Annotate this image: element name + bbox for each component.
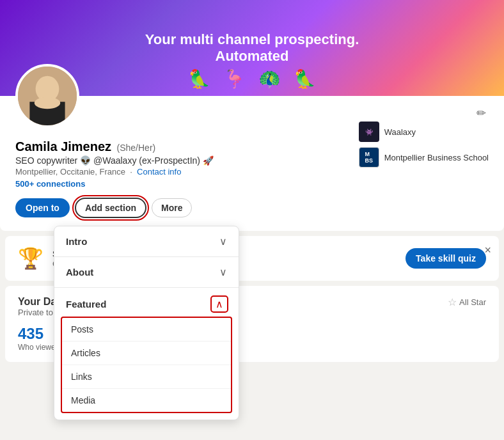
all-star-badge: ☆ All Star <box>448 296 486 308</box>
animal-1: 🦜 <box>188 68 210 90</box>
profile-location: Montpellier, Occitanie, France · Contact… <box>15 167 489 177</box>
take-skill-quiz-button[interactable]: Take skill quiz <box>406 248 486 269</box>
animal-4: 🦜 <box>294 68 316 90</box>
profile-name: Camila Jimenez <box>15 139 111 153</box>
dropdown-featured-row[interactable]: Featured ∧ <box>54 288 239 317</box>
company-logos: 👾 Waalaxy MBS Montpellier Business Schoo… <box>359 122 489 168</box>
about-chevron-icon: ∨ <box>219 266 227 278</box>
skill-card-close-button[interactable]: × <box>484 244 491 257</box>
profile-actions: Open to Add section More Intro ∨ About ∨… <box>15 198 489 218</box>
connections-link[interactable]: 500+ connections <box>15 179 489 189</box>
featured-links-item[interactable]: Links <box>62 365 231 389</box>
trophy-icon: 🏆 <box>18 246 43 271</box>
waalaxy-icon: 👾 <box>365 129 373 136</box>
company-item-waalaxy: 👾 Waalaxy <box>359 122 489 142</box>
more-button[interactable]: More <box>152 198 192 217</box>
featured-chevron-icon: ∧ <box>212 297 227 311</box>
dropdown-about-row[interactable]: About ∨ <box>54 257 239 288</box>
svg-point-3 <box>35 97 60 109</box>
featured-subitems-list: Posts Articles Links Media <box>61 317 232 413</box>
all-star-label: All Star <box>459 297 486 307</box>
edit-profile-button[interactable]: ✏ <box>474 104 489 123</box>
mbs-text: MBS <box>365 151 373 164</box>
mbs-logo: MBS <box>359 147 379 168</box>
dropdown-intro-label: Intro <box>66 236 87 247</box>
profile-pronouns: (She/Her) <box>117 143 156 153</box>
dropdown-intro-row[interactable]: Intro ∨ <box>54 226 239 257</box>
animal-2: 🦩 <box>223 68 246 90</box>
intro-chevron-icon: ∨ <box>219 235 227 248</box>
profile-top-right: 👾 Waalaxy MBS Montpellier Business Schoo… <box>15 96 489 134</box>
contact-info-link[interactable]: Contact info <box>137 167 181 177</box>
open-to-button[interactable]: Open to <box>15 198 70 217</box>
banner-animals: 🦜 🦩 🦚 🦜 <box>0 68 504 90</box>
dropdown-featured-section: Featured ∧ Posts Articles Links Media <box>54 288 239 413</box>
banner-text: Your multi channel prospecting. Automate… <box>145 31 359 65</box>
add-section-button[interactable]: Add section <box>75 198 146 218</box>
featured-media-item[interactable]: Media <box>62 389 231 412</box>
profile-card: 👾 Waalaxy MBS Montpellier Business Schoo… <box>0 96 504 231</box>
location-text: Montpellier, Occitanie, France <box>15 167 125 177</box>
waalaxy-logo: 👾 <box>359 122 379 142</box>
dropdown-featured-label: Featured <box>66 299 106 310</box>
company-item-mbs: MBS Montpellier Business School <box>359 147 489 168</box>
animal-3: 🦚 <box>258 68 281 90</box>
mbs-name: Montpellier Business School <box>384 153 489 162</box>
banner-line1: Your multi channel prospecting. <box>145 31 359 48</box>
waalaxy-name: Waalaxy <box>384 127 416 137</box>
add-section-dropdown: Intro ∨ About ∨ Featured ∧ Posts Article… <box>54 226 239 420</box>
featured-posts-item[interactable]: Posts <box>62 318 231 342</box>
dropdown-about-label: About <box>66 267 93 278</box>
star-icon: ☆ <box>448 296 457 308</box>
profile-banner: Your multi channel prospecting. Automate… <box>0 0 504 96</box>
featured-articles-item[interactable]: Articles <box>62 342 231 365</box>
banner-line2: Automated <box>145 48 359 65</box>
